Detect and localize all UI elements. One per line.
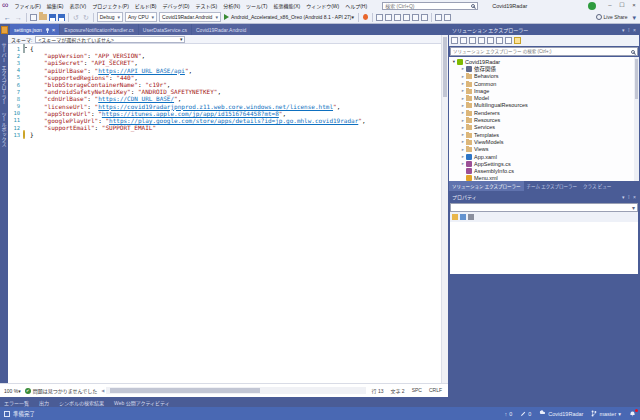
tree-item[interactable]: ▸Views — [449, 146, 639, 153]
lightbulb-icon[interactable] — [23, 130, 25, 139]
tree-item[interactable]: ▸MultilingualResources — [449, 102, 639, 109]
url-link[interactable]: https://itunes.apple.com/jp/app/id151676… — [102, 110, 279, 117]
menu-item[interactable]: デバッグ(D) — [160, 2, 193, 9]
url-link[interactable]: https://API_URL_BASE/api — [98, 67, 185, 74]
panel-tab[interactable]: Web 公開アクティビティ — [114, 399, 170, 406]
document-tab[interactable]: ExposureNotificationHandler.cs — [60, 24, 137, 35]
menu-item[interactable]: ツール(T) — [243, 2, 270, 9]
filter-icon[interactable] — [460, 37, 467, 44]
tool-window-tab[interactable]: チーム エクスプローラー — [524, 181, 580, 191]
url-link[interactable]: https://covid19radarjpnprod.z11.web.core… — [98, 103, 333, 110]
navigate-back-icon[interactable]: ← — [2, 12, 13, 23]
properties-object-dropdown[interactable]: ▾ — [450, 203, 638, 212]
redo-icon[interactable]: ↻ — [81, 12, 91, 23]
navigate-forward-icon[interactable]: → — [13, 12, 24, 23]
git-outgoing-commits[interactable]: ↑ 0 — [504, 411, 512, 417]
notifications-button[interactable] — [629, 410, 636, 418]
tree-item[interactable]: ▸Renderers — [449, 109, 639, 116]
step-over-icon[interactable] — [435, 14, 442, 21]
menu-item[interactable]: ウィンドウ(W) — [303, 2, 342, 9]
step-into-icon[interactable] — [444, 14, 451, 21]
tree-item[interactable]: ▸App.xaml — [449, 153, 639, 160]
save-icon[interactable] — [49, 14, 56, 21]
comment-icon[interactable] — [394, 14, 401, 21]
new-project-icon[interactable] — [30, 14, 37, 21]
tree-item[interactable]: ▸Templates — [449, 131, 639, 138]
preview-selected-items-icon[interactable] — [514, 37, 521, 44]
collapse-all-icon[interactable] — [487, 37, 494, 44]
window-position-icon[interactable]: ▾ — [622, 194, 625, 200]
collapse-icon[interactable] — [23, 44, 25, 53]
url-link[interactable]: https://CDN_URL_BASE/ — [98, 95, 174, 102]
pin-icon[interactable] — [46, 28, 49, 31]
attach-to-process-icon[interactable] — [421, 14, 428, 21]
close-icon[interactable]: × — [633, 27, 636, 33]
menu-item[interactable]: ヘルプ(H) — [342, 2, 370, 9]
panel-tab[interactable]: シンボルの検索結果 — [59, 399, 104, 406]
sync-with-active-document-icon[interactable] — [469, 37, 476, 44]
tree-item[interactable]: ▸Services — [449, 124, 639, 131]
live-share-button[interactable]: Live Share — [596, 14, 628, 20]
startup-project-dropdown[interactable]: Covid19Radar.Android▾ — [159, 12, 221, 22]
menu-item[interactable]: ファイル(F) — [11, 2, 43, 9]
tree-item[interactable]: AssemblyInfo.cs — [449, 167, 639, 174]
tree-item[interactable]: Menu.xml — [449, 175, 639, 181]
maximize-button[interactable]: ☐ — [616, 0, 628, 11]
menu-item[interactable]: 分析(N) — [220, 2, 243, 9]
solution-configuration-dropdown[interactable]: Debug▾ — [97, 12, 123, 22]
tool-window-tab[interactable]: ソリューション エクスプローラー — [449, 181, 524, 191]
toolbar-overflow-icon[interactable]: ▾ — [630, 12, 638, 23]
save-all-icon[interactable] — [58, 14, 65, 21]
close-button[interactable]: × — [628, 0, 640, 11]
editor-horizontal-scrollbar[interactable] — [106, 387, 365, 394]
solution-explorer-toggle-icon[interactable] — [385, 14, 392, 21]
git-pending-edits[interactable]: 0 — [520, 411, 531, 417]
tree-scrollbar[interactable] — [634, 57, 639, 181]
panel-tab[interactable]: エラー一覧 — [4, 399, 29, 406]
performance-profiler-icon[interactable] — [363, 14, 368, 20]
tree-item[interactable]: ▸Common — [449, 80, 639, 87]
solution-explorer-search-input[interactable] — [451, 49, 631, 54]
fold-margin[interactable] — [22, 45, 30, 52]
start-debugging-button[interactable]: Android_Accelerated_x86_Oreo (Android 8.… — [224, 14, 354, 20]
menu-item[interactable]: 表示(V) — [66, 2, 89, 9]
tool-window-tab[interactable]: クラス ビュー — [580, 181, 614, 191]
menu-item[interactable]: プロジェクト(P) — [89, 2, 132, 9]
menu-item[interactable]: テスト(S) — [192, 2, 220, 9]
close-icon[interactable]: × — [633, 194, 636, 200]
document-tab[interactable]: settings.json× — [10, 24, 59, 35]
solution-platform-dropdown[interactable]: Any CPU▾ — [125, 12, 157, 22]
property-pages-icon[interactable] — [468, 214, 474, 220]
background-tasks-icon[interactable] — [4, 411, 10, 417]
code-editor[interactable]: 1{2"appVersion": "APP_VERSION",3"apiSecr… — [8, 44, 441, 383]
quick-search-box[interactable] — [382, 2, 478, 10]
window-position-icon[interactable]: ▾ — [622, 27, 625, 33]
menu-item[interactable]: 拡張機能(X) — [270, 2, 303, 9]
tree-item[interactable]: ▸AppSettings.cs — [449, 160, 639, 167]
auto-hide-tab[interactable]: サーバー エクスプローラー — [1, 43, 8, 104]
tree-item[interactable]: ▸Resources — [449, 116, 639, 123]
tree-item[interactable]: ▸Behaviors — [449, 73, 639, 80]
git-repository-picker[interactable]: Covid19Radar — [539, 410, 583, 417]
auto-hide-tab[interactable]: ツールボックス — [1, 112, 8, 147]
show-all-files-icon[interactable] — [505, 37, 512, 44]
tree-item[interactable]: ▸Image — [449, 87, 639, 94]
tree-item[interactable]: ▸Model — [449, 94, 639, 101]
document-tab[interactable]: UserDataService.cs — [139, 24, 191, 35]
undo-icon[interactable]: ↺ — [71, 12, 81, 23]
account-avatar[interactable] — [588, 2, 596, 10]
url-link[interactable]: https://play.google.com/store/apps/detai… — [109, 117, 358, 124]
find-in-files-icon[interactable] — [376, 14, 383, 21]
solution-explorer-search-box[interactable] — [450, 47, 638, 56]
git-branch-picker[interactable]: master ▾ — [591, 410, 621, 417]
menu-item[interactable]: 編集(E) — [44, 2, 67, 9]
document-well-icon[interactable] — [1, 26, 8, 34]
health-check-icon[interactable]: ✔ — [25, 388, 31, 394]
categorized-icon[interactable] — [452, 214, 458, 220]
bookmark-icon[interactable] — [412, 14, 419, 21]
quick-search-input[interactable] — [383, 2, 471, 9]
open-file-icon[interactable] — [39, 14, 47, 20]
tree-item[interactable]: ▸ViewModels — [449, 138, 639, 145]
pin-icon[interactable]: ⊺ — [627, 194, 630, 200]
menu-item[interactable]: ビルド(B) — [132, 2, 160, 9]
